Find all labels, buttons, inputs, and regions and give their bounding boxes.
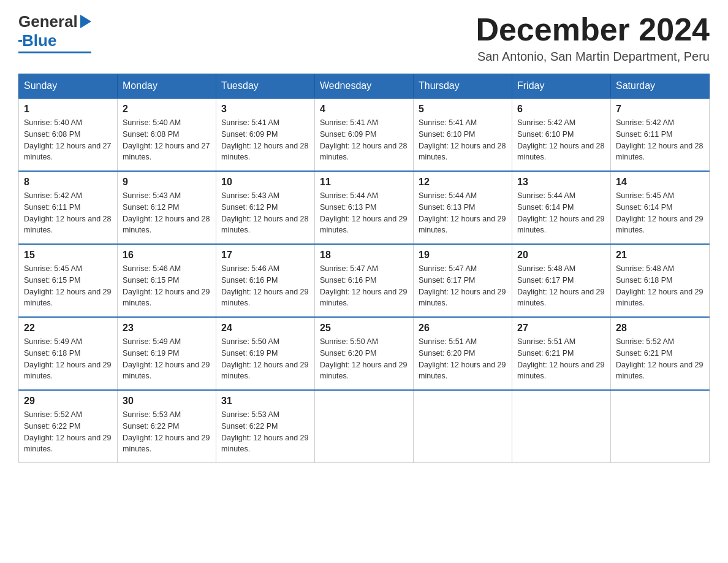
- day-number: 2: [123, 104, 211, 115]
- calendar-day-cell: 11Sunrise: 5:44 AMSunset: 6:13 PMDayligh…: [315, 171, 414, 244]
- day-info: Sunrise: 5:41 AMSunset: 6:10 PMDaylight:…: [419, 117, 507, 163]
- day-number: 9: [123, 177, 211, 188]
- calendar-header-row: SundayMondayTuesdayWednesdayThursdayFrid…: [19, 74, 710, 99]
- day-number: 7: [616, 104, 704, 115]
- logo-general-text: General: [18, 12, 78, 31]
- calendar-day-cell: 5Sunrise: 5:41 AMSunset: 6:10 PMDaylight…: [414, 98, 512, 171]
- calendar-table: SundayMondayTuesdayWednesdayThursdayFrid…: [18, 74, 710, 463]
- calendar-day-cell: 18Sunrise: 5:47 AMSunset: 6:16 PMDayligh…: [315, 244, 414, 317]
- day-number: 24: [221, 323, 309, 334]
- day-number: 1: [24, 104, 112, 115]
- day-info: Sunrise: 5:44 AMSunset: 6:13 PMDaylight:…: [419, 190, 507, 236]
- day-info: Sunrise: 5:47 AMSunset: 6:16 PMDaylight:…: [320, 263, 408, 309]
- col-header-friday: Friday: [512, 74, 611, 99]
- col-header-thursday: Thursday: [414, 74, 512, 99]
- day-info: Sunrise: 5:41 AMSunset: 6:09 PMDaylight:…: [320, 117, 408, 163]
- day-number: 28: [616, 323, 704, 334]
- day-info: Sunrise: 5:43 AMSunset: 6:12 PMDaylight:…: [221, 190, 309, 236]
- calendar-day-cell: 7Sunrise: 5:42 AMSunset: 6:11 PMDaylight…: [611, 98, 710, 171]
- col-header-saturday: Saturday: [611, 74, 710, 99]
- day-info: Sunrise: 5:53 AMSunset: 6:22 PMDaylight:…: [123, 409, 211, 455]
- day-info: Sunrise: 5:50 AMSunset: 6:19 PMDaylight:…: [221, 336, 309, 382]
- day-number: 20: [517, 250, 605, 261]
- day-number: 29: [24, 396, 112, 407]
- calendar-day-cell: 17Sunrise: 5:46 AMSunset: 6:16 PMDayligh…: [216, 244, 315, 317]
- calendar-day-cell: 1Sunrise: 5:40 AMSunset: 6:08 PMDaylight…: [19, 98, 118, 171]
- day-info: Sunrise: 5:52 AMSunset: 6:22 PMDaylight:…: [24, 409, 112, 455]
- day-number: 11: [320, 177, 408, 188]
- col-header-tuesday: Tuesday: [216, 74, 315, 99]
- day-number: 5: [419, 104, 507, 115]
- day-number: 8: [24, 177, 112, 188]
- day-info: Sunrise: 5:51 AMSunset: 6:21 PMDaylight:…: [517, 336, 605, 382]
- header: General Blue December 2024 San Antonio, …: [18, 12, 710, 64]
- day-info: Sunrise: 5:42 AMSunset: 6:11 PMDaylight:…: [24, 190, 112, 236]
- day-info: Sunrise: 5:46 AMSunset: 6:15 PMDaylight:…: [123, 263, 211, 309]
- day-number: 30: [123, 396, 211, 407]
- calendar-day-cell: 29Sunrise: 5:52 AMSunset: 6:22 PMDayligh…: [19, 390, 118, 463]
- calendar-day-cell: 25Sunrise: 5:50 AMSunset: 6:20 PMDayligh…: [315, 317, 414, 390]
- calendar-week-row: 22Sunrise: 5:49 AMSunset: 6:18 PMDayligh…: [19, 317, 710, 390]
- calendar-day-cell: 10Sunrise: 5:43 AMSunset: 6:12 PMDayligh…: [216, 171, 315, 244]
- day-number: 13: [517, 177, 605, 188]
- day-number: 3: [221, 104, 309, 115]
- logo-underline: [18, 52, 91, 53]
- calendar-day-cell: 4Sunrise: 5:41 AMSunset: 6:09 PMDaylight…: [315, 98, 414, 171]
- day-number: 16: [123, 250, 211, 261]
- calendar-empty-cell: [611, 390, 710, 463]
- col-header-monday: Monday: [118, 74, 216, 99]
- calendar-day-cell: 14Sunrise: 5:45 AMSunset: 6:14 PMDayligh…: [611, 171, 710, 244]
- day-number: 25: [320, 323, 408, 334]
- day-number: 26: [419, 323, 507, 334]
- calendar-day-cell: 30Sunrise: 5:53 AMSunset: 6:22 PMDayligh…: [118, 390, 216, 463]
- calendar-day-cell: 19Sunrise: 5:47 AMSunset: 6:17 PMDayligh…: [414, 244, 512, 317]
- logo-triangle-icon: [80, 15, 91, 28]
- calendar-day-cell: 26Sunrise: 5:51 AMSunset: 6:20 PMDayligh…: [414, 317, 512, 390]
- day-info: Sunrise: 5:48 AMSunset: 6:17 PMDaylight:…: [517, 263, 605, 309]
- calendar-day-cell: 27Sunrise: 5:51 AMSunset: 6:21 PMDayligh…: [512, 317, 611, 390]
- calendar-day-cell: 23Sunrise: 5:49 AMSunset: 6:19 PMDayligh…: [118, 317, 216, 390]
- day-number: 18: [320, 250, 408, 261]
- calendar-empty-cell: [414, 390, 512, 463]
- month-title: December 2024: [476, 12, 710, 47]
- day-info: Sunrise: 5:44 AMSunset: 6:14 PMDaylight:…: [517, 190, 605, 236]
- logo: General Blue: [18, 12, 91, 53]
- day-number: 22: [24, 323, 112, 334]
- day-number: 27: [517, 323, 605, 334]
- day-number: 31: [221, 396, 309, 407]
- calendar-empty-cell: [512, 390, 611, 463]
- day-info: Sunrise: 5:48 AMSunset: 6:18 PMDaylight:…: [616, 263, 704, 309]
- col-header-wednesday: Wednesday: [315, 74, 414, 99]
- day-info: Sunrise: 5:40 AMSunset: 6:08 PMDaylight:…: [123, 117, 211, 163]
- day-info: Sunrise: 5:51 AMSunset: 6:20 PMDaylight:…: [419, 336, 507, 382]
- day-info: Sunrise: 5:46 AMSunset: 6:16 PMDaylight:…: [221, 263, 309, 309]
- calendar-day-cell: 31Sunrise: 5:53 AMSunset: 6:22 PMDayligh…: [216, 390, 315, 463]
- day-number: 19: [419, 250, 507, 261]
- day-number: 12: [419, 177, 507, 188]
- day-info: Sunrise: 5:52 AMSunset: 6:21 PMDaylight:…: [616, 336, 704, 382]
- day-info: Sunrise: 5:47 AMSunset: 6:17 PMDaylight:…: [419, 263, 507, 309]
- calendar-day-cell: 24Sunrise: 5:50 AMSunset: 6:19 PMDayligh…: [216, 317, 315, 390]
- day-info: Sunrise: 5:53 AMSunset: 6:22 PMDaylight:…: [221, 409, 309, 455]
- day-info: Sunrise: 5:49 AMSunset: 6:18 PMDaylight:…: [24, 336, 112, 382]
- calendar-day-cell: 6Sunrise: 5:42 AMSunset: 6:10 PMDaylight…: [512, 98, 611, 171]
- calendar-day-cell: 12Sunrise: 5:44 AMSunset: 6:13 PMDayligh…: [414, 171, 512, 244]
- calendar-day-cell: 2Sunrise: 5:40 AMSunset: 6:08 PMDaylight…: [118, 98, 216, 171]
- day-number: 4: [320, 104, 408, 115]
- day-info: Sunrise: 5:42 AMSunset: 6:11 PMDaylight:…: [616, 117, 704, 163]
- calendar-day-cell: 8Sunrise: 5:42 AMSunset: 6:11 PMDaylight…: [19, 171, 118, 244]
- day-info: Sunrise: 5:44 AMSunset: 6:13 PMDaylight:…: [320, 190, 408, 236]
- day-info: Sunrise: 5:50 AMSunset: 6:20 PMDaylight:…: [320, 336, 408, 382]
- calendar-week-row: 1Sunrise: 5:40 AMSunset: 6:08 PMDaylight…: [19, 98, 710, 171]
- calendar-empty-cell: [315, 390, 414, 463]
- day-info: Sunrise: 5:41 AMSunset: 6:09 PMDaylight:…: [221, 117, 309, 163]
- calendar-week-row: 29Sunrise: 5:52 AMSunset: 6:22 PMDayligh…: [19, 390, 710, 463]
- svg-marker-0: [80, 15, 91, 28]
- calendar-day-cell: 20Sunrise: 5:48 AMSunset: 6:17 PMDayligh…: [512, 244, 611, 317]
- col-header-sunday: Sunday: [19, 74, 118, 99]
- calendar-week-row: 8Sunrise: 5:42 AMSunset: 6:11 PMDaylight…: [19, 171, 710, 244]
- day-info: Sunrise: 5:40 AMSunset: 6:08 PMDaylight:…: [24, 117, 112, 163]
- day-info: Sunrise: 5:43 AMSunset: 6:12 PMDaylight:…: [123, 190, 211, 236]
- day-number: 14: [616, 177, 704, 188]
- calendar-day-cell: 21Sunrise: 5:48 AMSunset: 6:18 PMDayligh…: [611, 244, 710, 317]
